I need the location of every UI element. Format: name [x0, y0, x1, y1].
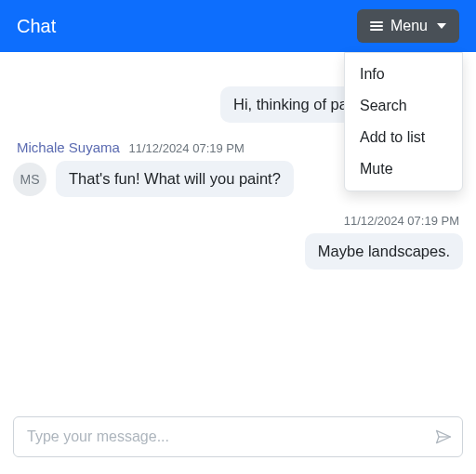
message-sender: Michale Suyama: [17, 139, 120, 155]
message-timestamp: 11/12/2024 07:19 PM: [340, 214, 463, 228]
avatar: MS: [13, 163, 46, 196]
menu-item-info[interactable]: Info: [345, 59, 462, 90]
message-timestamp: 11/12/2024 07:19 PM: [129, 141, 245, 155]
message-bubble: That's fun! What will you paint?: [56, 161, 294, 197]
menu-dropdown: Info Search Add to list Mute: [344, 52, 463, 191]
message-input[interactable]: [27, 428, 434, 445]
message-meta: Michale Suyama 11/12/2024 07:19 PM: [13, 139, 248, 155]
chevron-down-icon: [437, 23, 446, 29]
header: Chat Menu: [0, 0, 476, 52]
send-icon: [434, 428, 453, 446]
page-title: Chat: [17, 16, 56, 37]
message-bubble: Maybe landscapes.: [305, 233, 463, 270]
chat-app: Chat Menu Info Search Add to list Mute 1…: [0, 0, 476, 474]
send-button[interactable]: [434, 428, 453, 446]
menu-item-mute[interactable]: Mute: [345, 153, 462, 185]
menu-button[interactable]: Menu: [357, 9, 459, 43]
menu-item-search[interactable]: Search: [345, 90, 462, 122]
composer: [13, 416, 463, 457]
menu-button-label: Menu: [390, 18, 428, 34]
message-group: 11/12/2024 07:19 PM Maybe landscapes.: [13, 214, 463, 270]
hamburger-icon: [370, 20, 383, 33]
message-row: MS That's fun! What will you paint?: [13, 161, 294, 197]
menu-item-add-to-list[interactable]: Add to list: [345, 122, 462, 153]
